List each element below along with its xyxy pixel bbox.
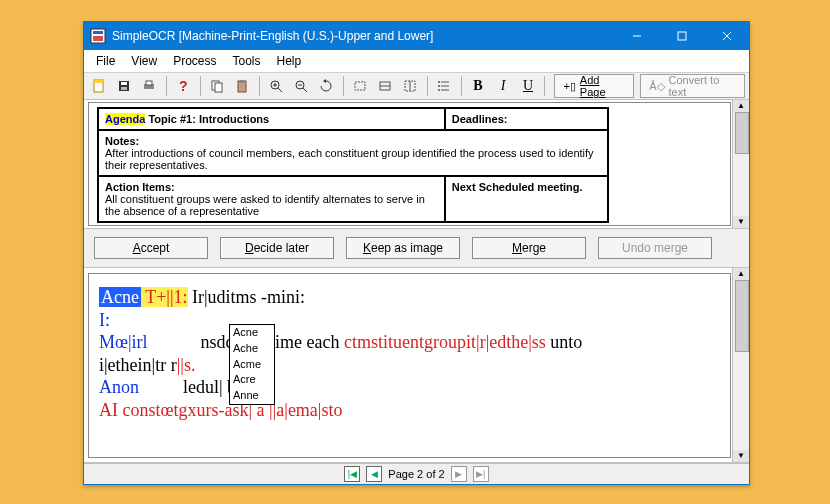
toolbar: ? B I U +▯Add Page Å◇Convert to text xyxy=(84,73,749,100)
svg-rect-25 xyxy=(355,82,365,90)
list-icon[interactable] xyxy=(433,74,456,98)
menu-view[interactable]: View xyxy=(123,51,165,71)
svg-point-33 xyxy=(438,81,440,83)
scroll-down-icon[interactable]: ▼ xyxy=(733,450,749,462)
suggestion-item[interactable]: Ache xyxy=(230,341,274,357)
svg-rect-11 xyxy=(121,87,127,90)
italic-button[interactable]: I xyxy=(492,74,515,98)
copy-icon[interactable] xyxy=(206,74,229,98)
action-items-body: All constituent groups were asked to ide… xyxy=(105,193,425,217)
app-icon xyxy=(90,28,106,44)
page-bar: |◀ ◀ Page 2 of 2 ▶ ▶| xyxy=(84,463,749,484)
svg-rect-10 xyxy=(121,82,127,85)
selected-word[interactable]: Acne xyxy=(99,287,141,307)
decide-later-button[interactable]: Decide later xyxy=(220,237,334,259)
bold-button[interactable]: B xyxy=(467,74,490,98)
first-page-icon[interactable]: |◀ xyxy=(344,466,360,482)
result-text[interactable]: Acne T+||1: Ir|uditms -mini: I: Mœ|irl n… xyxy=(88,273,731,458)
svg-rect-1 xyxy=(93,31,103,34)
deadlines-label: Deadlines: xyxy=(452,113,508,125)
maximize-button[interactable] xyxy=(659,22,704,50)
scroll-down-icon[interactable]: ▼ xyxy=(733,216,749,228)
result-pane: Acne T+||1: Ir|uditms -mini: I: Mœ|irl n… xyxy=(84,268,749,463)
preview-scrollbar[interactable]: ▲ ▼ xyxy=(732,100,749,228)
minimize-button[interactable] xyxy=(614,22,659,50)
paste-icon[interactable] xyxy=(231,74,254,98)
undo-merge-button: Undo merge xyxy=(598,237,712,259)
suggestion-item[interactable]: Acne xyxy=(230,325,274,341)
save-icon[interactable] xyxy=(113,74,136,98)
scroll-up-icon[interactable]: ▲ xyxy=(733,268,749,280)
suggestion-dropdown[interactable]: Acne Ache Acme Acre Anne xyxy=(229,324,275,405)
notes-body: After introductions of council members, … xyxy=(105,147,594,171)
next-scheduled-label: Next Scheduled meeting. xyxy=(452,181,583,193)
svg-rect-15 xyxy=(215,83,222,92)
svg-rect-13 xyxy=(146,81,152,85)
menu-file[interactable]: File xyxy=(88,51,123,71)
scroll-thumb[interactable] xyxy=(735,112,749,154)
close-button[interactable] xyxy=(704,22,749,50)
app-window: SimpleOCR [Machine-Print-English (U.S.)-… xyxy=(83,21,750,485)
window-title: SimpleOCR [Machine-Print-English (U.S.)-… xyxy=(112,29,433,43)
menu-bar: File View Process Tools Help xyxy=(84,50,749,73)
suggestion-item[interactable]: Acre xyxy=(230,372,274,388)
print-icon[interactable] xyxy=(138,74,161,98)
next-page-icon: ▶ xyxy=(451,466,467,482)
scroll-thumb[interactable] xyxy=(735,280,749,352)
preview-pane: Agenda Topic #1: Introductions Deadlines… xyxy=(84,100,749,229)
svg-line-23 xyxy=(303,88,307,92)
svg-rect-17 xyxy=(240,80,244,83)
accept-button[interactable]: Accept xyxy=(94,237,208,259)
page-indicator: Page 2 of 2 xyxy=(388,468,444,480)
agenda-highlight: Agenda xyxy=(105,113,145,125)
new-doc-icon[interactable] xyxy=(88,74,111,98)
svg-point-35 xyxy=(438,89,440,91)
merge-button[interactable]: Merge xyxy=(472,237,586,259)
zoom-in-icon[interactable] xyxy=(265,74,288,98)
keep-as-image-button[interactable]: Keep as image xyxy=(346,237,460,259)
add-page-button[interactable]: +▯Add Page xyxy=(554,74,634,98)
underline-button[interactable]: U xyxy=(516,74,539,98)
result-scrollbar[interactable]: ▲ ▼ xyxy=(732,268,749,462)
scroll-up-icon[interactable]: ▲ xyxy=(733,100,749,112)
last-page-icon: ▶| xyxy=(473,466,489,482)
preview-scroll[interactable]: Agenda Topic #1: Introductions Deadlines… xyxy=(88,102,731,226)
preview-table: Agenda Topic #1: Introductions Deadlines… xyxy=(97,107,609,223)
title-bar: SimpleOCR [Machine-Print-English (U.S.)-… xyxy=(84,22,749,50)
menu-process[interactable]: Process xyxy=(165,51,224,71)
menu-help[interactable]: Help xyxy=(269,51,310,71)
action-items-label: Action Items: xyxy=(105,181,175,193)
svg-line-19 xyxy=(278,88,282,92)
svg-rect-2 xyxy=(93,36,103,41)
rotate-icon[interactable] xyxy=(315,74,338,98)
zoom-out-icon[interactable] xyxy=(290,74,313,98)
region-table-icon[interactable] xyxy=(399,74,422,98)
prev-page-icon[interactable]: ◀ xyxy=(366,466,382,482)
region-crop-icon[interactable] xyxy=(374,74,397,98)
action-bar: Accept Decide later Keep as image Merge … xyxy=(84,229,749,268)
svg-rect-4 xyxy=(678,32,686,40)
suggestion-item[interactable]: Anne xyxy=(230,388,274,404)
menu-tools[interactable]: Tools xyxy=(225,51,269,71)
svg-rect-8 xyxy=(94,80,103,83)
help-icon[interactable]: ? xyxy=(172,74,195,98)
svg-point-34 xyxy=(438,85,440,87)
notes-label: Notes: xyxy=(105,135,139,147)
convert-to-text-button: Å◇Convert to text xyxy=(640,74,745,98)
suggestion-item[interactable]: Acme xyxy=(230,357,274,373)
region-rect-icon[interactable] xyxy=(349,74,372,98)
